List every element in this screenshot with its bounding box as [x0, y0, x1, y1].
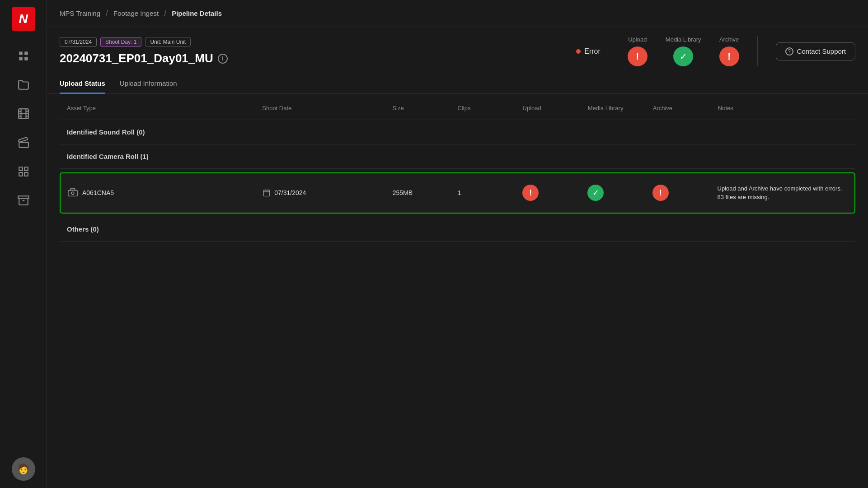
row-archive-status: !	[652, 185, 718, 201]
error-text: Error	[584, 47, 601, 56]
svg-rect-0	[19, 51, 23, 55]
netflix-logo[interactable]: N	[12, 7, 35, 31]
breadcrumb-sep-1: /	[106, 9, 108, 18]
svg-point-20	[71, 192, 74, 195]
row-upload-error-icon: !	[522, 185, 539, 201]
topbar: MPS Training / Footage Ingest / Pipeline…	[47, 0, 868, 27]
breadcrumb-sep-2: /	[164, 9, 166, 18]
shoot-date-value: 07/31/2024	[274, 189, 306, 196]
col-archive: Archive	[653, 105, 718, 112]
svg-rect-16	[24, 172, 28, 176]
col-clips: Clips	[457, 105, 522, 112]
col-shoot-date: Shoot Date	[262, 105, 392, 112]
svg-rect-2	[19, 57, 23, 60]
svg-line-12	[19, 142, 28, 143]
upload-status-group: Upload !	[628, 36, 647, 66]
section-sound-roll: Identified Sound Roll (0)	[60, 120, 855, 144]
shoot-date-cell: 07/31/2024	[263, 189, 393, 197]
tag-shoot-day: Shoot Day: 1	[100, 37, 141, 47]
sidebar: N 🧑	[0, 0, 47, 488]
tab-upload-status[interactable]: Upload Status	[60, 74, 105, 94]
svg-rect-14	[24, 167, 28, 171]
row-archive-error-icon: !	[652, 185, 669, 201]
breadcrumb-pipeline-details: Pipeline Details	[172, 9, 222, 17]
archive-sidebar-icon[interactable]	[12, 189, 35, 212]
svg-rect-15	[19, 172, 23, 176]
archive-status-label: Archive	[719, 36, 739, 43]
header-tags: 07/31/2024 Shoot Day: 1 Unit: Main Unit	[60, 37, 576, 47]
row-media-library-success-icon: ✓	[587, 185, 604, 201]
header-status-area: Upload ! Media Library ✓ Archive !	[610, 36, 758, 66]
header: 07/31/2024 Shoot Day: 1 Unit: Main Unit …	[47, 27, 868, 66]
film-icon[interactable]	[12, 102, 35, 125]
asset-name: A061CNA5	[82, 189, 114, 196]
clips-cell: 1	[458, 189, 523, 196]
contact-support-button[interactable]: ? Contact Support	[776, 42, 855, 60]
row-media-library-status: ✓	[587, 185, 652, 201]
play-icon[interactable]	[12, 44, 35, 68]
tag-date: 07/31/2024	[60, 37, 97, 47]
svg-rect-21	[264, 190, 270, 196]
main-content: MPS Training / Footage Ingest / Pipeline…	[47, 0, 868, 488]
col-media-library: Media Library	[588, 105, 653, 112]
header-left: 07/31/2024 Shoot Day: 1 Unit: Main Unit …	[60, 37, 576, 65]
row-upload-status: !	[522, 185, 587, 201]
archive-status-icon: !	[719, 46, 739, 66]
contact-support-icon: ?	[785, 47, 793, 56]
svg-rect-1	[24, 51, 28, 55]
tab-upload-information[interactable]: Upload Information	[120, 74, 177, 94]
svg-rect-19	[68, 191, 77, 196]
calendar-icon	[263, 189, 271, 197]
col-upload: Upload	[523, 105, 588, 112]
col-notes: Notes	[718, 105, 848, 112]
folder-icon[interactable]	[12, 73, 35, 97]
table-header: Asset Type Shoot Date Size Clips Upload …	[60, 98, 855, 120]
svg-rect-17	[18, 196, 29, 198]
media-library-status-label: Media Library	[666, 36, 701, 43]
section-others: Others (0)	[60, 217, 855, 242]
error-badge: Error	[576, 47, 601, 56]
tag-unit: Unit: Main Unit	[145, 37, 191, 47]
camera-icon	[68, 188, 78, 198]
avatar[interactable]: 🧑	[12, 457, 35, 481]
breadcrumb: MPS Training / Footage Ingest / Pipeline…	[60, 9, 222, 18]
media-library-status-icon: ✓	[673, 46, 693, 66]
header-title: 20240731_EP01_Day01_MU i	[60, 51, 576, 65]
breadcrumb-mps-training[interactable]: MPS Training	[60, 9, 100, 17]
section-camera-roll: Identified Camera Roll (1)	[60, 144, 855, 169]
size-cell: 255MB	[393, 189, 458, 196]
asset-cell: A061CNA5	[68, 188, 263, 198]
media-library-status-group: Media Library ✓	[666, 36, 701, 66]
svg-rect-3	[24, 57, 28, 60]
svg-rect-13	[19, 167, 23, 171]
notes-cell: Upload and Archive have completed with e…	[718, 184, 848, 202]
breadcrumb-footage-ingest[interactable]: Footage Ingest	[113, 9, 159, 17]
upload-status-label: Upload	[628, 36, 647, 43]
col-asset-type: Asset Type	[67, 105, 262, 112]
tabs: Upload Status Upload Information	[47, 74, 868, 94]
upload-status-icon: !	[628, 46, 647, 66]
table-row: A061CNA5 07/31/2024 255MB 1 ! ✓ ! Upload…	[60, 172, 855, 214]
info-icon[interactable]: i	[218, 54, 228, 64]
archive-status-group: Archive !	[719, 36, 739, 66]
error-dot	[576, 49, 581, 54]
content-area: Asset Type Shoot Date Size Clips Upload …	[47, 94, 868, 488]
clapperboard-icon[interactable]	[12, 131, 35, 154]
col-size: Size	[392, 105, 457, 112]
grid-icon[interactable]	[12, 160, 35, 183]
